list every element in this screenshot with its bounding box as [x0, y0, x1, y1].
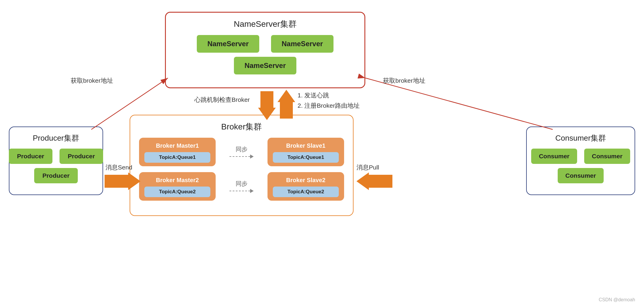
broker-slave2-title: Broker Slave2 — [273, 177, 339, 184]
sync-label-2: 同步 — [229, 180, 254, 193]
broker-cluster: Broker集群 Broker Master1 TopicA:Queue1 同步… — [130, 115, 354, 216]
broker-master1-queue: TopicA:Queue1 — [144, 152, 210, 163]
msg-pull-arrow-body — [369, 175, 392, 188]
dashed-arrow-head-1 — [250, 154, 254, 159]
watermark: CSDN @demoah — [599, 297, 635, 302]
up-arrow-body — [280, 102, 293, 119]
broker-slave1-queue: TopicA:Queue1 — [273, 152, 339, 163]
msg-pull-arrow-head — [356, 172, 369, 190]
broker-to-nameserver-up-arrow — [278, 90, 295, 119]
broker-cluster-title: Broker集群 — [139, 121, 344, 132]
consumer-box-2: Consumer — [584, 149, 630, 164]
down-arrow-body — [260, 91, 273, 108]
broker-row-2: Broker Master2 TopicA:Queue2 同步 Broker S… — [139, 172, 344, 201]
dashed-line-2 — [229, 191, 250, 191]
heartbeat-check-label: 心跳机制检查Broker — [194, 96, 250, 104]
up-arrow-head — [278, 90, 295, 102]
broker-master1-title: Broker Master1 — [144, 142, 210, 149]
dashed-arrow-2 — [229, 189, 254, 193]
producer-cluster: Producer集群 Producer Producer Producer — [9, 127, 103, 195]
broker-slave1-title: Broker Slave1 — [273, 142, 339, 149]
nameserver-box-1: NameServer — [197, 35, 259, 53]
msg-pull-arrow — [356, 172, 392, 190]
svg-line-3 — [365, 78, 553, 129]
sync-label-1: 同步 — [229, 145, 254, 159]
msg-send-arrow-head — [128, 172, 141, 190]
broker-master1-box: Broker Master1 TopicA:Queue1 — [139, 138, 216, 166]
broker-master2-title: Broker Master2 — [144, 177, 210, 184]
nameserver-to-broker-down-arrow — [258, 91, 276, 120]
diagram-container: NameServer集群 NameServer NameServer NameS… — [0, 0, 644, 306]
broker-slave2-queue: TopicA:Queue2 — [273, 187, 339, 197]
dashed-arrow-1 — [229, 154, 254, 159]
broker-master2-box: Broker Master2 TopicA:Queue2 — [139, 172, 216, 201]
send-heartbeat-label: 1. 发送心跳 — [298, 91, 329, 99]
producer-box-1: Producer — [9, 149, 52, 164]
nameserver-box-2: NameServer — [271, 35, 333, 53]
producer-cluster-title: Producer集群 — [15, 133, 97, 143]
consumer-cluster-title: Consumer集群 — [533, 133, 629, 143]
broker-row-1: Broker Master1 TopicA:Queue1 同步 Broker S… — [139, 138, 344, 166]
register-route-label: 2. 注册Broker路由地址 — [298, 102, 360, 110]
msg-send-label: 消息Send — [105, 163, 132, 172]
broker-master2-queue: TopicA:Queue2 — [144, 187, 210, 197]
producer-box-3: Producer — [34, 168, 78, 183]
msg-send-arrow-body — [105, 175, 128, 188]
get-broker-left-label: 获取broker地址 — [71, 76, 113, 85]
consumer-row-top: Consumer Consumer — [533, 149, 629, 164]
dashed-line-1 — [229, 156, 250, 157]
producer-row-top: Producer Producer — [15, 149, 97, 164]
consumer-box-1: Consumer — [531, 149, 577, 164]
consumer-cluster: Consumer集群 Consumer Consumer Consumer — [526, 127, 635, 195]
consumer-row-bottom: Consumer — [533, 168, 629, 183]
broker-slave1-box: Broker Slave1 TopicA:Queue1 — [267, 138, 344, 166]
nameserver-row-bottom: NameServer — [175, 57, 356, 74]
nameserver-box-3: NameServer — [234, 57, 296, 74]
producer-row-bottom: Producer — [15, 168, 97, 183]
consumer-box-3: Consumer — [558, 168, 604, 183]
producer-box-2: Producer — [60, 149, 103, 164]
broker-slave2-box: Broker Slave2 TopicA:Queue2 — [267, 172, 344, 201]
nameserver-cluster-title: NameServer集群 — [175, 19, 356, 30]
nameserver-row-top: NameServer NameServer — [175, 35, 356, 53]
get-broker-right-label: 获取broker地址 — [383, 76, 425, 85]
msg-send-arrow — [105, 172, 141, 190]
down-arrow-head — [258, 108, 276, 120]
dashed-arrow-head-2 — [250, 189, 254, 193]
nameserver-cluster: NameServer集群 NameServer NameServer NameS… — [165, 12, 365, 88]
msg-pull-label: 消息Pull — [356, 163, 379, 172]
